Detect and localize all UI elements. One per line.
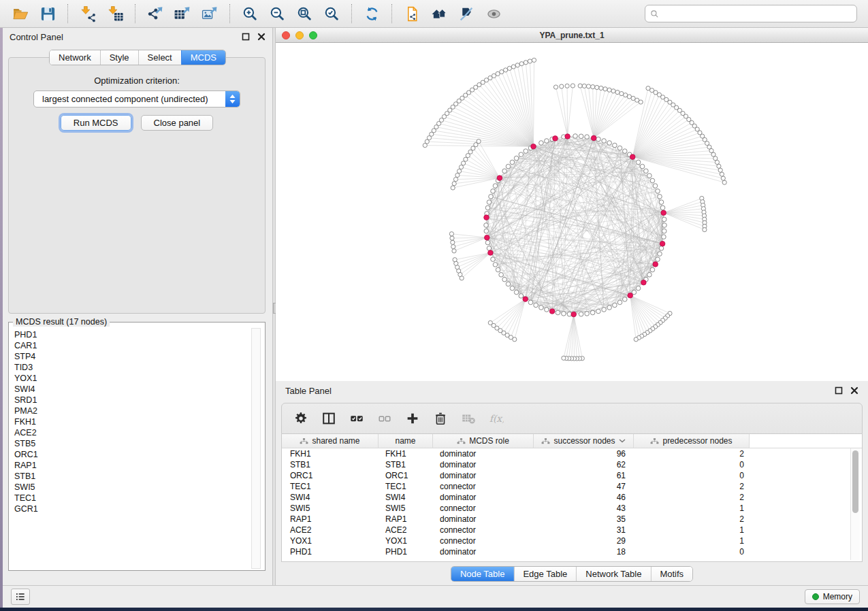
mcds-node-item[interactable]: SWI4 (9, 384, 265, 395)
desktop-sliver (0, 28, 3, 608)
mcds-node-item[interactable]: PMA2 (9, 406, 265, 416)
table-row[interactable]: TEC1TEC1connector472 (282, 481, 862, 492)
table-panel: Table Panel f(x) shared namenameMCDS rol… (276, 381, 868, 585)
refresh-button[interactable] (360, 3, 383, 24)
close-icon (257, 33, 266, 41)
mcds-node-item[interactable]: SRD1 (9, 395, 265, 406)
close-table-panel-button[interactable] (850, 386, 858, 395)
mcds-node-item[interactable]: STB5 (9, 438, 265, 449)
document-network-button[interactable] (400, 3, 423, 24)
checked-boxes-button[interactable] (347, 410, 366, 428)
import-table-button[interactable] (103, 3, 127, 24)
cell-shared-name: STB1 (282, 460, 379, 469)
zoom-selected-button[interactable] (320, 3, 343, 24)
gear-icon (293, 411, 308, 426)
zoom-fit-button[interactable] (293, 3, 316, 24)
trash-button[interactable] (431, 410, 449, 428)
cell-successor-nodes: 96 (534, 449, 634, 459)
document-network-icon (404, 5, 421, 22)
eye-button[interactable] (482, 3, 505, 24)
cell-predecessor-nodes: 1 (634, 525, 750, 535)
split-columns-icon (321, 411, 336, 426)
mcds-node-item[interactable]: RAP1 (9, 460, 265, 471)
table-scrollbar-thumb[interactable] (852, 450, 858, 513)
selected-option: largest connected component (undirected) (34, 94, 225, 104)
memory-button[interactable]: Memory (805, 589, 860, 604)
mcds-node-item[interactable]: STB1 (9, 471, 265, 482)
table-row[interactable]: PHD1PHD1dominator180 (282, 546, 862, 557)
flag-slash-icon (458, 5, 475, 22)
close-icon (850, 386, 858, 395)
task-history-button[interactable] (11, 589, 30, 605)
zoom-out-button[interactable] (266, 3, 289, 24)
table-row[interactable]: SWI4SWI4dominator462 (282, 492, 862, 503)
network-canvas[interactable] (276, 43, 868, 381)
table-row[interactable]: ORC1ORC1dominator610 (282, 470, 862, 481)
zoom-in-button[interactable] (238, 3, 261, 24)
column-header-shared-name[interactable]: shared name (282, 434, 379, 448)
flag-slash-button[interactable] (455, 3, 478, 24)
houses-button[interactable] (428, 3, 451, 24)
tab-edge-table[interactable]: Edge Table (513, 567, 576, 581)
tab-network[interactable]: Network (50, 50, 100, 65)
gear-button[interactable] (291, 410, 310, 428)
cell-successor-nodes: 43 (534, 503, 634, 513)
tab-motifs[interactable]: Motifs (650, 567, 692, 581)
cell-successor-nodes: 61 (534, 471, 634, 480)
run-mcds-button[interactable]: Run MCDS (61, 115, 131, 131)
table-row[interactable]: STB1STB1dominator620 (282, 459, 862, 470)
float-table-panel-button[interactable] (834, 386, 843, 395)
column-header-successor-nodes[interactable]: successor nodes (534, 434, 634, 448)
tab-style[interactable]: Style (100, 50, 138, 65)
mcds-node-item[interactable]: ORC1 (9, 449, 265, 460)
column-header-name[interactable]: name (379, 434, 433, 448)
tree-icon (457, 438, 466, 444)
mcds-node-item[interactable]: TID3 (9, 362, 265, 373)
column-header-MCDS-role[interactable]: MCDS role (433, 434, 534, 448)
unchecked-boxes-icon (377, 411, 392, 426)
mcds-node-item[interactable]: SWI5 (9, 482, 265, 493)
table-row[interactable]: ACE2ACE2connector311 (282, 525, 862, 535)
export-image-button[interactable] (198, 3, 221, 24)
export-network-button[interactable] (144, 3, 167, 24)
cell-shared-name: RAP1 (282, 514, 379, 524)
import-network-icon (80, 5, 97, 22)
tree-icon (650, 438, 659, 444)
mcds-list-scrollbar[interactable] (251, 328, 261, 569)
plus-button[interactable] (403, 410, 421, 428)
save-button[interactable] (36, 3, 59, 24)
mcds-node-item[interactable]: STP4 (9, 351, 265, 362)
tab-network-table[interactable]: Network Table (576, 567, 650, 581)
split-columns-button[interactable] (319, 410, 338, 428)
float-panel-button[interactable] (241, 33, 250, 42)
import-network-button[interactable] (76, 3, 99, 24)
optimization-criterion-select[interactable]: largest connected component (undirected) (33, 90, 240, 108)
search-input[interactable] (663, 8, 852, 19)
close-panel-button[interactable] (257, 33, 266, 42)
search-box[interactable] (645, 5, 857, 22)
table-row[interactable]: SWI5SWI5connector431 (282, 503, 862, 514)
table-row[interactable]: FKH1FKH1dominator962 (282, 448, 862, 459)
cell-MCDS-role: connector (433, 503, 534, 513)
table-row[interactable]: YOX1YOX1connector291 (282, 535, 862, 546)
export-table-button[interactable] (171, 3, 194, 24)
tab-select[interactable]: Select (138, 50, 181, 65)
mcds-node-item[interactable]: FKH1 (9, 416, 265, 427)
mcds-node-item[interactable]: GCR1 (9, 503, 265, 514)
mcds-node-item[interactable]: YOX1 (9, 373, 265, 384)
mcds-node-item[interactable]: TEC1 (9, 493, 265, 503)
mcds-node-item[interactable]: ACE2 (9, 427, 265, 438)
mcds-node-item[interactable]: PHD1 (9, 329, 265, 340)
tab-node-table[interactable]: Node Table (451, 567, 514, 581)
toolbar-separator (351, 4, 352, 23)
close-panel-action-button[interactable]: Close panel (141, 115, 214, 131)
unchecked-boxes-button[interactable] (375, 410, 393, 428)
column-header-predecessor-nodes[interactable]: predecessor nodes (634, 434, 750, 448)
column-header-filler (750, 434, 862, 448)
table-row[interactable]: RAP1RAP1dominator352 (282, 514, 862, 525)
open-folder-button[interactable] (9, 3, 32, 24)
mcds-node-item[interactable]: CAR1 (9, 340, 265, 351)
tab-mcds[interactable]: MCDS (181, 50, 225, 65)
table-scrollbar[interactable] (850, 448, 860, 560)
network-graph[interactable] (276, 43, 868, 381)
